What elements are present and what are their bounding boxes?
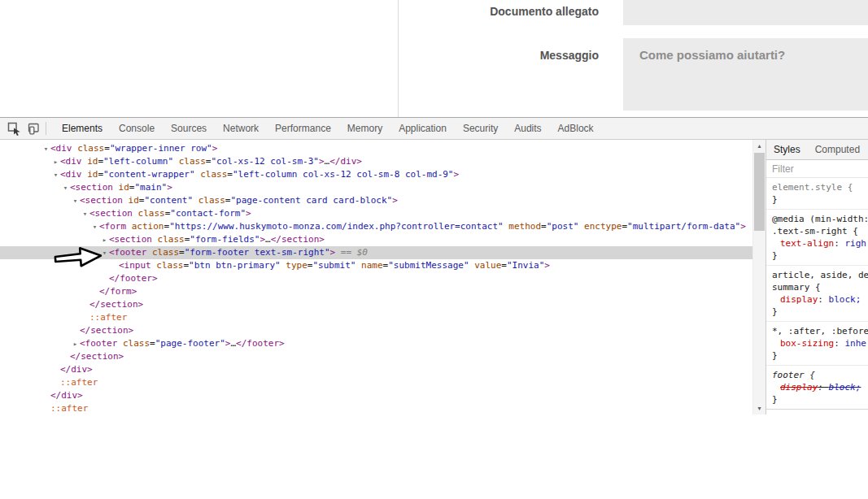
expand-arrow-icon[interactable]: ▾ [81, 207, 89, 220]
devtools-body: ▾<div class="wrapper-inner row">▸<div id… [0, 140, 868, 414]
messaggio-label: Messaggio [387, 49, 599, 62]
node-footer-page-footer[interactable]: ▸<footer class="page-footer">…</footer> [0, 337, 752, 350]
node-close-footer[interactable]: </footer> [0, 272, 752, 285]
annotation-arrow [52, 244, 106, 271]
element-style-label: element.style { [766, 181, 868, 193]
node-section-main[interactable]: ▾<section id="main"> [0, 181, 752, 194]
node-pseudo-after[interactable]: ::after [0, 402, 752, 414]
node-close-div[interactable]: </div> [0, 389, 752, 402]
tab-styles[interactable]: Styles [766, 140, 808, 159]
styles-sidebar: StylesComputed Filter element.style {}@m… [765, 140, 868, 414]
css-property[interactable]: text-align: righ [766, 237, 868, 250]
node-section-content[interactable]: ▾<section id="content" class="page-conte… [0, 194, 752, 207]
tab-application[interactable]: Application [390, 118, 455, 139]
node-div-left-column[interactable]: ▸<div id="left-column" class="col-xs-12 … [0, 155, 752, 168]
elements-tree: ▾<div class="wrapper-inner row">▸<div id… [0, 140, 752, 414]
node-section-contact-form[interactable]: ▾<section class="contact-form"> [0, 207, 752, 220]
inherited-from-label: Inherited from sectio [766, 413, 868, 414]
css-selector[interactable]: *, :after, :before [766, 325, 868, 337]
screen: Documento allegato Messaggio Come possia… [0, 0, 868, 499]
devtools-tabs: ElementsConsoleSourcesNetworkPerformance… [54, 118, 602, 139]
inspect-cursor-icon [7, 122, 21, 136]
tab-audits[interactable]: Audits [506, 118, 549, 139]
node-pseudo-after[interactable]: ::after [0, 376, 752, 389]
css-close-brace: } [766, 193, 868, 206]
devtools-toolbar: ElementsConsoleSourcesNetworkPerformance… [0, 118, 868, 140]
message-textarea[interactable]: Come possiamo aiutarti? [623, 38, 868, 111]
css-close-brace: } [766, 306, 868, 318]
css-rule-block: Inherited from sectio [766, 409, 868, 414]
css-selector[interactable]: summary { [766, 281, 868, 293]
file-upload-area[interactable] [623, 0, 868, 25]
css-rule-block: @media (min-width:.text-sm-right {text-a… [766, 210, 868, 266]
tab-computed[interactable]: Computed [808, 140, 867, 159]
tab-performance[interactable]: Performance [267, 118, 339, 139]
expand-arrow-icon[interactable]: ▾ [61, 181, 70, 194]
expand-arrow-icon[interactable]: ▾ [41, 142, 50, 155]
node-footer-form-footer[interactable]: ▾<footer class="form-footer text-sm-righ… [0, 246, 752, 259]
css-close-brace: } [766, 393, 868, 406]
tab-security[interactable]: Security [455, 118, 506, 139]
device-toolbar-icon [27, 122, 40, 135]
inspect-element-button[interactable] [4, 119, 24, 138]
css-rule-block: *, :after, :beforebox-sizing: inhe} [766, 322, 868, 366]
scrollbar-down-icon[interactable]: ▾ [753, 402, 765, 414]
tab-adblock[interactable]: AdBlock [550, 118, 602, 139]
css-rule-block: element.style {} [766, 178, 868, 210]
css-close-brace: } [766, 349, 868, 362]
css-selector[interactable]: article, aside, det [766, 269, 868, 281]
node-div-content-wrapper[interactable]: ▾<div id="content-wrapper" class="left-c… [0, 168, 752, 181]
expand-arrow-icon[interactable]: ▸ [51, 155, 60, 168]
scrollbar-thumb[interactable] [754, 153, 765, 231]
node-close-form[interactable]: </form> [0, 285, 752, 298]
css-rule-block: article, aside, detsummary {display: blo… [766, 266, 868, 322]
styles-rules: element.style {}@media (min-width:.text-… [766, 178, 868, 414]
node-form-contact[interactable]: ▾<form action="https://www.huskymoto-mon… [0, 220, 752, 233]
tab-network[interactable]: Network [215, 118, 267, 139]
css-rule-block: footer {display: block;} [766, 366, 868, 410]
node-close-section[interactable]: </section> [0, 324, 752, 337]
expand-arrow-icon[interactable]: ▾ [51, 168, 60, 181]
elements-scrollbar[interactable]: ▴ ▾ [752, 140, 765, 414]
documento-allegato-label: Documento allegato [387, 5, 599, 18]
expand-arrow-icon[interactable]: ▸ [71, 337, 80, 350]
expand-arrow-icon[interactable]: ▾ [90, 220, 99, 233]
tab-memory[interactable]: Memory [339, 118, 390, 139]
css-selector[interactable]: @media (min-width: [766, 213, 868, 225]
message-placeholder: Come possiamo aiutarti? [639, 48, 785, 62]
node-div-wrapper-inner[interactable]: ▾<div class="wrapper-inner row"> [0, 142, 752, 155]
css-property[interactable]: display: block; [766, 293, 868, 306]
node-close-div[interactable]: </div> [0, 363, 752, 376]
css-property[interactable]: box-sizing: inhe [766, 337, 868, 349]
devtools-panel: ElementsConsoleSourcesNetworkPerformance… [0, 117, 868, 414]
styles-sidebar-tabs: StylesComputed [766, 140, 868, 160]
node-input-submit[interactable]: <input class="btn btn-primary" type="sub… [0, 259, 752, 272]
node-close-section[interactable]: </section> [0, 298, 752, 311]
node-close-section[interactable]: </section> [0, 350, 752, 363]
webpage-region: Documento allegato Messaggio Come possia… [0, 0, 868, 117]
node-section-form-fields[interactable]: ▸<section class="form-fields">…</section… [0, 233, 752, 246]
tab-console[interactable]: Console [111, 118, 163, 139]
css-close-brace: } [766, 250, 868, 262]
tab-elements[interactable]: Elements [54, 118, 111, 139]
css-selector[interactable]: .text-sm-right { [766, 225, 868, 237]
toolbar-separator [46, 122, 46, 135]
tab-sources[interactable]: Sources [163, 118, 215, 139]
expand-arrow-icon[interactable]: ▾ [71, 194, 80, 207]
node-pseudo-after[interactable]: ::after [0, 311, 752, 324]
filter-placeholder: Filter [766, 160, 868, 175]
device-toolbar-button[interactable] [24, 119, 43, 138]
scrollbar-up-icon[interactable]: ▴ [753, 140, 765, 152]
css-selector[interactable]: footer { [766, 369, 868, 381]
styles-filter-input[interactable]: Filter [766, 160, 868, 178]
css-property[interactable]: display: block; [766, 381, 868, 393]
